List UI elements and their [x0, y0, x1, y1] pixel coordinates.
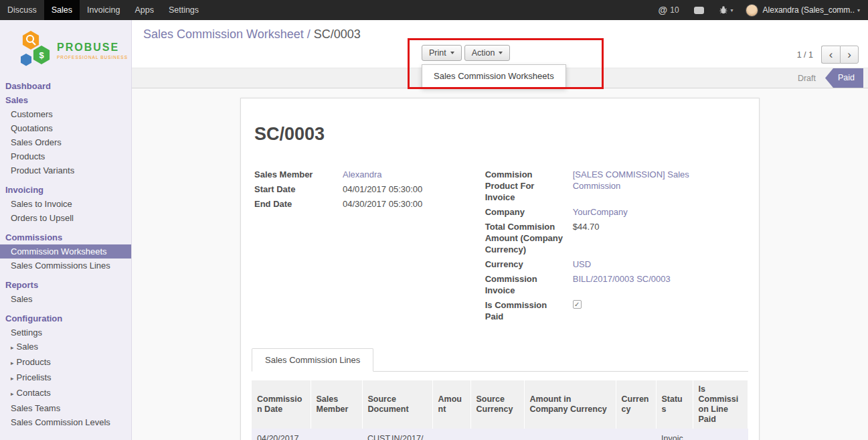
- breadcrumb: Sales Commission Worksheet/SC/0003: [143, 27, 361, 42]
- top-navbar: Discuss Sales Invoicing Apps Settings @ …: [0, 0, 868, 20]
- pager-value: 1 / 1: [797, 50, 813, 60]
- bug-icon[interactable]: [719, 5, 728, 15]
- sidebar-item-sales-orders[interactable]: Sales Orders: [0, 135, 131, 149]
- systray: @ 10 ▾ Alexandra (Sales_comm.. ▾: [659, 4, 868, 17]
- print-button[interactable]: Print: [422, 45, 462, 61]
- topbar-item-settings[interactable]: Settings: [161, 0, 206, 20]
- col-sales-member: Sales Member: [311, 380, 362, 429]
- table-header-row: Commission Date Sales Member Source Docu…: [252, 380, 748, 429]
- topbar-item-discuss[interactable]: Discuss: [0, 0, 44, 20]
- chat-icon[interactable]: [694, 7, 704, 14]
- svg-text:$: $: [39, 50, 44, 60]
- field-end-date: End Date 04/30/2017 05:30:00: [254, 198, 485, 210]
- tab-sales-commission-lines[interactable]: Sales Commission Lines: [252, 348, 373, 372]
- commission-product-link[interactable]: [SALES COMMISSION] Sales Commission: [573, 169, 693, 203]
- sidebar-item-orders-to-upsell[interactable]: Orders to Upsell: [0, 211, 131, 225]
- commission-invoice-link[interactable]: BILL/2017/0003 SC/0003: [573, 273, 671, 296]
- tab-bar: Sales Commission Lines: [252, 348, 748, 372]
- field-sales-member: Sales Member Alexandra: [254, 169, 485, 180]
- col-source-currency: Source Currency: [470, 380, 524, 429]
- start-date-value: 04/01/2017 05:30:00: [343, 184, 422, 195]
- user-menu-label[interactable]: Alexandra (Sales_comm..: [763, 5, 855, 15]
- expand-caret-icon: ▸: [11, 375, 14, 382]
- sidebar-item-sales-teams[interactable]: Sales Teams: [0, 401, 131, 415]
- form-sheet: SC/0003 Sales Member Alexandra Start Dat…: [240, 98, 760, 440]
- field-groups: Sales Member Alexandra Start Date 04/01/…: [252, 169, 748, 325]
- control-panel-buttons: Print Action: [422, 45, 510, 61]
- expand-caret-icon: ▸: [11, 390, 14, 397]
- pager-next-button[interactable]: ›: [840, 46, 859, 64]
- sidebar-item-config-products[interactable]: ▸Products: [0, 355, 131, 370]
- field-company: Company YourCompany: [485, 206, 748, 218]
- sidebar-section-configuration[interactable]: Configuration: [0, 311, 131, 325]
- col-currency: Currency: [616, 380, 656, 429]
- commission-lines-table: Commission Date Sales Member Source Docu…: [252, 380, 748, 440]
- sidebar-item-product-variants[interactable]: Product Variants: [0, 163, 131, 177]
- print-menu-item-sales-commission-worksheets[interactable]: Sales Commission Worksheets: [422, 68, 566, 84]
- sidebar-item-sales-commissions-lines[interactable]: Sales Commissions Lines: [0, 259, 131, 273]
- breadcrumb-separator: /: [307, 27, 311, 41]
- status-draft[interactable]: Draft: [798, 74, 816, 83]
- sidebar-item-dashboard[interactable]: Dashboard: [0, 79, 131, 93]
- topbar-item-invoicing[interactable]: Invoicing: [80, 0, 127, 20]
- col-status: Status: [656, 380, 693, 429]
- company-link[interactable]: YourCompany: [573, 206, 628, 218]
- field-is-commission-paid: Is Commission Paid ✓: [485, 299, 748, 322]
- total-commission-value: $44.70: [573, 221, 600, 255]
- sidebar-item-customers[interactable]: Customers: [0, 107, 131, 121]
- brand-tagline: PROFESSIONAL BUSINESS: [57, 55, 128, 60]
- record-title: SC/0003: [254, 124, 748, 145]
- breadcrumb-current: SC/0003: [314, 27, 361, 41]
- field-start-date: Start Date 04/01/2017 05:30:00: [254, 184, 485, 195]
- chevron-down-icon: [450, 52, 454, 54]
- sidebar-item-config-sales[interactable]: ▸Sales: [0, 340, 131, 355]
- sidebar-item-settings[interactable]: Settings: [0, 325, 131, 340]
- form-view: SC/0003 Sales Member Alexandra Start Dat…: [132, 88, 868, 440]
- probuse-logo-icon: $: [17, 29, 52, 71]
- col-is-commission-line-paid: Is Commission Line Paid: [693, 380, 748, 429]
- sidebar-item-sales-to-invoice[interactable]: Sales to Invoice: [0, 197, 131, 211]
- field-currency: Currency USD: [485, 259, 748, 270]
- col-source-document: Source Document: [362, 380, 432, 429]
- sidebar-nav: Dashboard Sales Customers Quotations Sal…: [0, 79, 131, 429]
- sidebar-section-commissions[interactable]: Commissions: [0, 230, 131, 244]
- table-row[interactable]: 04/20/2017 05:30:00 Alexandra CUST.IN/20…: [252, 429, 748, 440]
- col-commission-date: Commission Date: [252, 380, 311, 429]
- pager: 1 / 1 ‹ ›: [797, 46, 859, 64]
- chevron-down-icon: [499, 52, 503, 54]
- sidebar: $ PROBUSE PROFESSIONAL BUSINESS Dashboar…: [0, 20, 132, 440]
- topbar-item-sales[interactable]: Sales: [44, 0, 80, 20]
- chevron-down-icon[interactable]: ▾: [731, 7, 733, 13]
- status-paid[interactable]: Paid: [825, 68, 863, 88]
- action-button[interactable]: Action: [464, 45, 511, 61]
- field-total-commission: Total Commision Amount (Company Currency…: [485, 221, 748, 255]
- sidebar-item-commission-worksheets[interactable]: Commission Worksheets: [0, 244, 131, 259]
- end-date-value: 04/30/2017 05:30:00: [343, 198, 422, 210]
- breadcrumb-parent-link[interactable]: Sales Commission Worksheet: [143, 27, 304, 41]
- sidebar-item-quotations[interactable]: Quotations: [0, 121, 131, 135]
- control-panel: Sales Commission Worksheet/SC/0003 Print…: [132, 20, 868, 68]
- sidebar-section-sales[interactable]: Sales: [0, 93, 131, 107]
- sales-member-link[interactable]: Alexandra: [343, 169, 382, 180]
- main-area: Sales Commission Worksheet/SC/0003 Print…: [132, 20, 868, 440]
- pager-previous-button[interactable]: ‹: [821, 46, 840, 64]
- sidebar-item-sales-commission-levels[interactable]: Sales Commission Levels: [0, 415, 131, 429]
- sidebar-item-products[interactable]: Products: [0, 149, 131, 163]
- user-avatar[interactable]: [746, 4, 758, 17]
- sidebar-item-reports-sales[interactable]: Sales: [0, 292, 131, 306]
- sidebar-section-reports[interactable]: Reports: [0, 278, 131, 292]
- col-amount-company-currency: Amount in Company Currency: [524, 380, 616, 429]
- probuse-logo[interactable]: $ PROBUSE PROFESSIONAL BUSINESS: [0, 20, 131, 79]
- topbar-item-apps[interactable]: Apps: [127, 0, 161, 20]
- expand-caret-icon: ▸: [11, 360, 14, 366]
- topbar-menu: Discuss Sales Invoicing Apps Settings: [0, 0, 206, 20]
- currency-link[interactable]: USD: [573, 259, 591, 270]
- sidebar-item-pricelists[interactable]: ▸Pricelists: [0, 370, 131, 386]
- chevron-down-icon[interactable]: ▾: [857, 7, 860, 13]
- mention-count: 10: [670, 5, 679, 15]
- sidebar-section-invoicing[interactable]: Invoicing: [0, 183, 131, 197]
- sidebar-item-contacts[interactable]: ▸Contacts: [0, 386, 131, 401]
- mention-icon[interactable]: @: [659, 5, 668, 15]
- brand-name: PROBUSE: [57, 42, 128, 54]
- field-commission-product: Commision Product For Invoice [SALES COM…: [485, 169, 748, 203]
